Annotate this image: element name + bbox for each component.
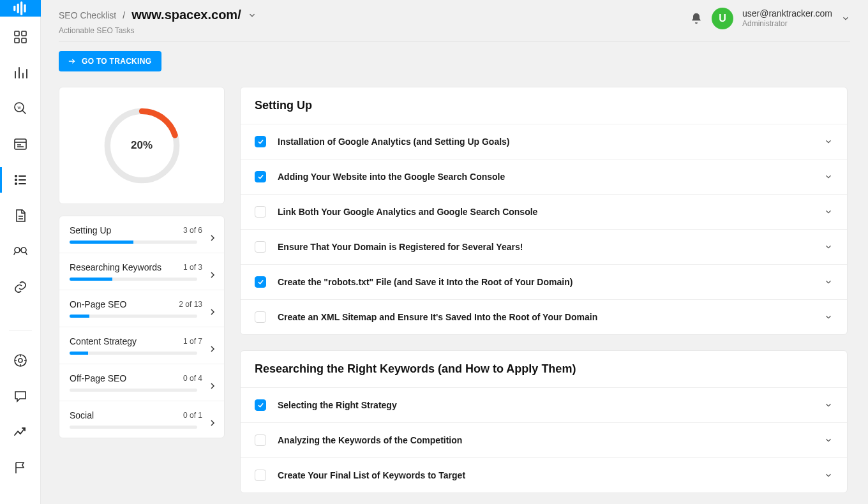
task-checkbox[interactable] [255, 399, 266, 411]
chevron-down-icon[interactable] [824, 137, 833, 146]
nav-rail: w [0, 0, 41, 504]
chevron-right-icon [207, 344, 218, 354]
category-name: Off-Page SEO [70, 373, 126, 383]
task-row[interactable]: Adding Your Website into the Google Sear… [241, 159, 847, 194]
chevron-down-icon[interactable] [824, 401, 833, 410]
nav-serp-icon[interactable] [11, 135, 29, 153]
svg-rect-6 [15, 38, 19, 43]
chevron-right-icon [207, 418, 218, 428]
task-row[interactable]: Link Both Your Google Analytics and Goog… [241, 194, 847, 229]
category-name: Content Strategy [70, 336, 137, 346]
task-checkbox[interactable] [255, 241, 266, 253]
nav-document-icon[interactable] [11, 207, 29, 225]
breadcrumb-domain[interactable]: www.spacex.com/ [131, 8, 241, 22]
category-name: Setting Up [70, 225, 111, 235]
svg-point-11 [15, 175, 16, 177]
task-row[interactable]: Selecting the Right Strategy [241, 387, 847, 422]
task-checkbox[interactable] [255, 470, 266, 481]
task-sections: Setting Up Installation of Google Analyt… [240, 87, 850, 504]
task-row[interactable]: Analyzing the Keywords of the Competitio… [241, 422, 847, 457]
nav-help-icon[interactable] [11, 352, 29, 369]
task-title: Link Both Your Google Analytics and Goog… [278, 207, 812, 217]
task-title: Adding Your Website into the Google Sear… [278, 172, 812, 182]
chevron-right-icon [207, 307, 218, 317]
category-progress-bar [70, 426, 197, 429]
nav-dashboard-icon[interactable] [11, 28, 29, 46]
category-progress-bar [70, 389, 197, 392]
task-title: Installation of Google Analytics (and Se… [278, 137, 812, 147]
task-title: Create Your Final List of Keywords to Ta… [278, 470, 812, 480]
task-row[interactable]: Create an XML Sitemap and Ensure It's Sa… [241, 299, 847, 334]
go-to-tracking-label: GO TO TRACKING [82, 57, 151, 66]
category-count: 0 of 4 [183, 374, 202, 383]
chevron-right-icon [207, 270, 218, 280]
progress-gauge: 20% [102, 106, 182, 186]
chevron-down-icon[interactable] [248, 11, 257, 20]
nav-audit-icon[interactable] [11, 242, 29, 260]
category-list: Setting Up 3 of 6 Researching Keywords 1… [59, 216, 225, 438]
task-checkbox[interactable] [255, 206, 266, 218]
user-email: user@ranktracker.com [742, 8, 832, 19]
category-count: 1 of 3 [183, 263, 202, 272]
category-name: On-Page SEO [70, 299, 127, 309]
chevron-right-icon [207, 233, 218, 243]
category-row[interactable]: On-Page SEO 2 of 13 [59, 290, 224, 327]
task-row[interactable]: Create Your Final List of Keywords to Ta… [241, 457, 847, 493]
svg-rect-1 [17, 3, 19, 13]
category-count: 0 of 1 [183, 411, 202, 420]
chevron-down-icon[interactable] [824, 172, 833, 181]
task-checkbox[interactable] [255, 171, 266, 182]
nav-backlinks-icon[interactable] [11, 278, 29, 296]
chevron-down-icon[interactable] [824, 278, 833, 286]
user-menu-chevron-icon[interactable] [841, 14, 850, 23]
category-row[interactable]: Setting Up 3 of 6 [59, 216, 224, 253]
svg-point-17 [19, 359, 22, 362]
task-title: Create an XML Sitemap and Ensure It's Sa… [278, 312, 812, 322]
breadcrumb: SEO Checklist / www.spacex.com/ [59, 8, 257, 22]
category-count: 2 of 13 [179, 300, 202, 309]
category-name: Social [70, 410, 94, 420]
task-row[interactable]: Ensure That Your Domain is Registered fo… [241, 229, 847, 264]
task-checkbox[interactable] [255, 276, 266, 288]
avatar[interactable]: U [712, 8, 733, 29]
breadcrumb-separator: / [123, 10, 125, 20]
task-row[interactable]: Create the "robots.txt" File (and Save i… [241, 264, 847, 299]
notifications-icon[interactable] [690, 12, 703, 25]
chevron-down-icon[interactable] [824, 242, 833, 251]
task-row[interactable]: Installation of Google Analytics (and Se… [241, 124, 847, 159]
task-checkbox[interactable] [255, 136, 266, 147]
task-title: Analyzing the Keywords of the Competitio… [278, 435, 812, 445]
nav-analytics-icon[interactable] [11, 64, 29, 82]
nav-checklist-icon[interactable] [11, 171, 29, 189]
page-subtitle: Actionable SEO Tasks [59, 26, 257, 35]
task-title: Ensure That Your Domain is Registered fo… [278, 242, 812, 252]
category-progress-bar [70, 278, 197, 281]
category-row[interactable]: Content Strategy 1 of 7 [59, 327, 224, 364]
category-count: 1 of 7 [183, 337, 202, 346]
task-checkbox[interactable] [255, 434, 266, 446]
category-row[interactable]: Off-Page SEO 0 of 4 [59, 364, 224, 401]
nav-keyword-search-icon[interactable]: w [11, 100, 29, 117]
category-row[interactable]: Researching Keywords 1 of 3 [59, 253, 224, 290]
section-title: Setting Up [241, 87, 847, 124]
progress-gauge-card: 20% [59, 87, 225, 204]
breadcrumb-section[interactable]: SEO Checklist [59, 10, 116, 20]
chevron-down-icon[interactable] [824, 436, 833, 445]
svg-rect-3 [24, 4, 26, 13]
task-section: Setting Up Installation of Google Analyt… [240, 87, 848, 335]
chevron-down-icon[interactable] [824, 313, 833, 322]
chevron-down-icon[interactable] [824, 207, 833, 216]
category-row[interactable]: Social 0 of 1 [59, 401, 224, 438]
chevron-down-icon[interactable] [824, 471, 833, 480]
progress-percent: 20% [102, 106, 182, 186]
nav-flag-icon[interactable] [11, 459, 29, 477]
app-logo[interactable] [0, 0, 41, 17]
nav-chat-icon[interactable] [11, 387, 29, 405]
svg-rect-5 [22, 31, 26, 36]
category-count: 3 of 6 [183, 226, 202, 235]
go-to-tracking-button[interactable]: GO TO TRACKING [59, 51, 161, 71]
task-checkbox[interactable] [255, 311, 266, 323]
chevron-right-icon [207, 381, 218, 391]
user-role: Administrator [742, 19, 832, 28]
nav-trend-icon[interactable] [11, 423, 29, 441]
